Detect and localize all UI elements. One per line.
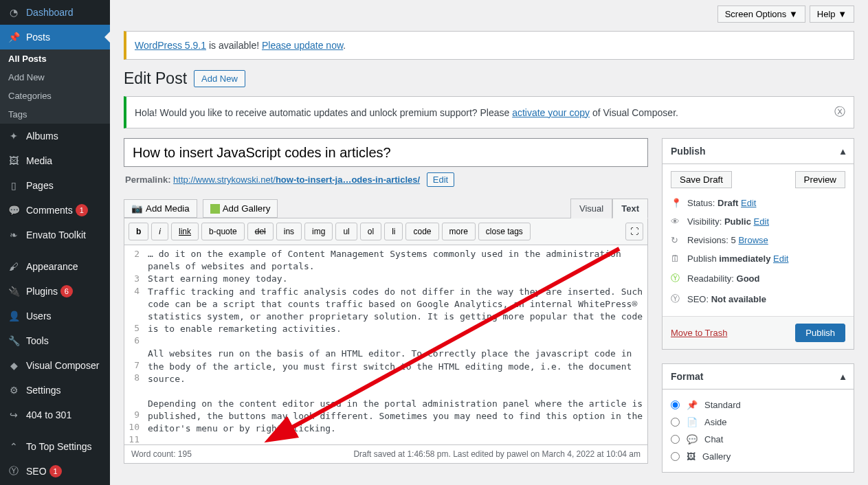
sidebar-item-envato[interactable]: ❧Envato Toolkit <box>0 223 110 247</box>
edit-status-link[interactable]: Edit <box>741 198 756 208</box>
sidebar-item-pages[interactable]: ▯Pages <box>0 173 110 198</box>
edit-schedule-link[interactable]: Edit <box>773 253 788 264</box>
dismiss-icon[interactable]: ⓧ <box>834 105 845 120</box>
main-content: Screen Options ▼ Help ▼ WordPress 5.9.1 … <box>110 0 868 485</box>
comments-badge: 1 <box>76 204 88 216</box>
tb-ul[interactable]: ul <box>335 223 357 240</box>
visibility-value: Public <box>724 216 751 227</box>
caret-up-icon: ▴ <box>841 371 845 382</box>
tb-italic[interactable]: i <box>151 223 168 240</box>
code-text[interactable]: … do it on the example of Content Manage… <box>144 245 647 444</box>
tb-del[interactable]: del <box>247 223 274 240</box>
tab-visual[interactable]: Visual <box>570 199 612 218</box>
permalink-link[interactable]: http://www.strykowski.net/how-to-insert-… <box>173 174 420 185</box>
sidebar-label: To Top Settings <box>26 441 91 452</box>
tb-bold[interactable]: b <box>129 223 148 240</box>
sidebar-sub-categories[interactable]: Categories <box>0 87 110 105</box>
sidebar-sub-add-new[interactable]: Add New <box>0 68 110 87</box>
publish-panel-toggle[interactable]: Publish▴ <box>663 139 854 164</box>
sidebar-item-404[interactable]: ↪404 to 301 <box>0 403 110 427</box>
tb-ins[interactable]: ins <box>276 223 302 240</box>
tb-ol[interactable]: ol <box>360 223 381 240</box>
add-media-button[interactable]: 📷Add Media <box>124 199 197 218</box>
tb-bquote[interactable]: b-quote <box>201 223 245 240</box>
sidebar-sub-all-posts[interactable]: All Posts <box>0 49 110 68</box>
tb-link[interactable]: link <box>171 223 199 240</box>
sidebar-item-vc[interactable]: ◆Visual Composer <box>0 353 110 378</box>
seo-badge: 1 <box>49 465 62 477</box>
post-title-input[interactable] <box>124 138 648 167</box>
format-chat-radio[interactable] <box>671 435 680 444</box>
publish-button[interactable]: Publish <box>795 324 845 342</box>
activate-copy-link[interactable]: activate your copy <box>512 107 590 118</box>
screen-options-button[interactable]: Screen Options ▼ <box>717 5 805 23</box>
browse-revisions-link[interactable]: Browse <box>738 235 768 245</box>
sidebar-item-comments[interactable]: 💬Comments1 <box>0 198 110 223</box>
sidebar-item-plugins[interactable]: 🔌Plugins6 <box>0 279 110 304</box>
sidebar-item-appearance[interactable]: 🖌Appearance <box>0 254 110 279</box>
sidebar-sub-tags[interactable]: Tags <box>0 105 110 124</box>
publish-panel: Publish▴ Save Draft Preview 📍Status: Dra… <box>662 138 854 350</box>
code-editor[interactable]: 2 34 56 78 91011 … do it on the example … <box>124 245 647 444</box>
tools-icon: 🔧 <box>7 334 21 348</box>
sidebar-item-media[interactable]: 🖾Media <box>0 148 110 173</box>
pin-icon: 📍 <box>671 198 682 208</box>
topbar: Screen Options ▼ Help ▼ <box>124 0 854 28</box>
format-aside-radio[interactable] <box>671 418 680 427</box>
format-panel-toggle[interactable]: Format▴ <box>663 364 854 390</box>
sidebar-item-totop[interactable]: ⌃To Top Settings <box>0 434 110 459</box>
edit-permalink-button[interactable]: Edit <box>427 172 454 187</box>
sidebar-item-posts[interactable]: 📌Posts <box>0 25 110 49</box>
tab-text[interactable]: Text <box>612 199 648 218</box>
up-icon: ⌃ <box>7 440 21 453</box>
add-gallery-label: Add Gallery <box>223 203 271 214</box>
sidebar-label: Dashboard <box>26 7 74 18</box>
tb-close-tags[interactable]: close tags <box>478 223 531 240</box>
sidebar-item-albums[interactable]: ✦Albums <box>0 124 110 148</box>
sidebar-item-users[interactable]: 👤Users <box>0 304 110 328</box>
sidebar-item-tools[interactable]: 🔧Tools <box>0 328 110 353</box>
update-now-link[interactable]: Please update now <box>262 40 343 51</box>
add-gallery-button[interactable]: Add Gallery <box>203 199 278 218</box>
sidebar-item-settings[interactable]: ⚙Settings <box>0 378 110 403</box>
add-new-button[interactable]: Add New <box>194 70 245 87</box>
tb-code[interactable]: code <box>405 223 438 240</box>
leaf-icon: ❧ <box>7 228 21 242</box>
panel-title: Format <box>671 371 703 382</box>
tb-li[interactable]: li <box>384 223 403 240</box>
sidebar-label: Visual Composer <box>26 360 99 371</box>
tb-more[interactable]: more <box>442 223 476 240</box>
label: Readability: <box>687 273 737 284</box>
sidebar-submenu-posts: All Posts Add New Categories Tags <box>0 49 110 124</box>
vc-icon: ◆ <box>7 359 21 372</box>
sidebar-item-seo[interactable]: ⓎSEO1 <box>0 459 110 484</box>
notice-text: Hola! Would you like to receive automati… <box>135 107 512 118</box>
format-label: Gallery <box>702 451 731 462</box>
sidebar-label: Appearance <box>26 261 78 272</box>
preview-button[interactable]: Preview <box>795 171 845 188</box>
sidebar-item-dashboard[interactable]: ◔Dashboard <box>0 0 110 25</box>
move-to-trash-link[interactable]: Move to Trash <box>671 328 727 338</box>
help-button[interactable]: Help ▼ <box>810 5 854 23</box>
page-title: Edit Post <box>124 69 187 88</box>
word-count: Word count: 195 <box>131 449 192 459</box>
plug-icon: 🔌 <box>7 284 21 298</box>
label: Visibility: <box>687 216 724 227</box>
dashboard-icon: ◔ <box>7 5 21 19</box>
seo-value: Not available <box>711 294 766 304</box>
media-icon: 🖾 <box>7 154 21 168</box>
edit-visibility-link[interactable]: Edit <box>754 216 769 227</box>
admin-sidebar: ◔Dashboard 📌Posts All Posts Add New Cate… <box>0 0 110 485</box>
tb-img[interactable]: img <box>304 223 333 240</box>
sidebar-label: SEO <box>26 466 47 477</box>
save-draft-button[interactable]: Save Draft <box>671 171 732 188</box>
format-standard-radio[interactable] <box>671 401 680 409</box>
plugins-badge: 6 <box>60 285 73 297</box>
wp-version-link[interactable]: WordPress 5.9.1 <box>135 40 206 51</box>
tb-fullscreen[interactable]: ⛶ <box>625 223 643 240</box>
chat-icon: 💬 <box>687 434 698 444</box>
label: Status: <box>687 198 717 208</box>
format-gallery-radio[interactable] <box>671 452 680 461</box>
revisions-value: 5 <box>731 235 736 245</box>
user-icon: 👤 <box>7 309 21 323</box>
